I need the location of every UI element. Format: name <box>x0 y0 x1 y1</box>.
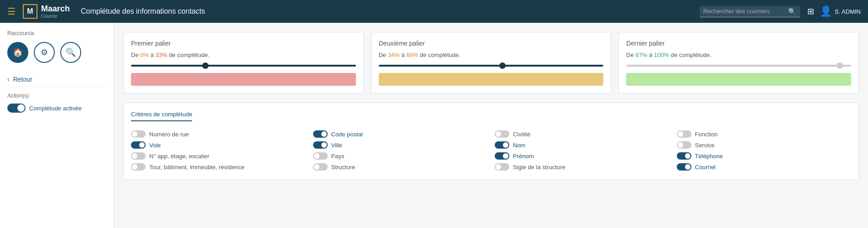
criteria-toggle[interactable] <box>495 141 509 149</box>
criteria-item: Numéro de rue <box>131 129 306 140</box>
criteria-label: Courriel <box>695 164 716 171</box>
shortcut-settings[interactable]: ⚙ <box>34 42 55 63</box>
criteria-label: Code postal <box>331 131 363 138</box>
criteria-toggle[interactable] <box>495 130 509 138</box>
palier-3-title: Dernier palier <box>626 40 851 47</box>
criteria-section: Critères de complétude Numéro de rueVoie… <box>123 103 859 180</box>
hamburger-icon[interactable]: ☰ <box>7 6 16 17</box>
criteria-toggle[interactable] <box>313 130 328 138</box>
criteria-item: Sigle de la structure <box>495 161 669 172</box>
criteria-label: Voie <box>149 142 161 149</box>
logo-icon: M <box>23 4 37 19</box>
criteria-item: Civilité <box>495 129 669 140</box>
palier-2-to: 66% <box>406 52 418 58</box>
completude-toggle-row: Complétude activée <box>7 104 106 113</box>
criteria-label: Pays <box>331 153 345 160</box>
back-label: Retour <box>13 76 32 83</box>
criteria-label: Téléphone <box>695 153 723 160</box>
criteria-toggle[interactable] <box>495 152 509 160</box>
criteria-toggle[interactable] <box>313 163 328 171</box>
criteria-label: Civilité <box>513 131 530 138</box>
sidebar: Raccourcis 🏠 ⚙ 🔍 ‹ Retour Action(s) Comp… <box>0 23 114 228</box>
criteria-col-1: Code postalVillePaysStructure <box>313 129 488 172</box>
palier-card-2: Deuxième palier De 34% à 66% de complétu… <box>371 32 612 93</box>
criteria-col-2: CivilitéNomPrénomSigle de la structure <box>495 129 669 172</box>
criteria-title: Critères de complétude <box>131 111 192 121</box>
criteria-item: Téléphone <box>677 150 852 161</box>
palier-1-thumb[interactable] <box>202 62 209 69</box>
criteria-toggle[interactable] <box>313 141 328 149</box>
criteria-toggle[interactable] <box>313 152 328 160</box>
shortcut-search[interactable]: 🔍 <box>60 42 81 63</box>
criteria-toggle[interactable] <box>131 163 146 171</box>
criteria-toggle[interactable] <box>131 152 146 160</box>
actions-label: Action(s) <box>7 93 106 99</box>
top-navigation: ☰ M Maarch Courrier Complétude des infor… <box>0 0 868 23</box>
criteria-item: Fonction <box>677 129 852 140</box>
main-layout: Raccourcis 🏠 ⚙ 🔍 ‹ Retour Action(s) Comp… <box>0 23 868 228</box>
criteria-col-0: Numéro de rueVoieN° app, étage, escalier… <box>131 129 306 172</box>
back-button[interactable]: ‹ Retour <box>7 72 106 87</box>
palier-3-slider[interactable] <box>626 65 851 67</box>
palier-3-to: 100% <box>654 52 669 58</box>
search-area[interactable]: 🔍 <box>700 6 800 17</box>
palier-card-1: Premier palier De 0% à 33% de complétude… <box>123 32 364 93</box>
user-name: S. ADMIN <box>835 8 861 15</box>
palier-2-slider[interactable] <box>379 65 604 67</box>
criteria-item: Prénom <box>495 150 669 161</box>
criteria-toggle[interactable] <box>677 130 691 138</box>
raccourcis-label: Raccourcis <box>7 30 106 36</box>
nav-icons: ⊞ 👤 S. ADMIN <box>807 5 861 17</box>
criteria-toggle[interactable] <box>677 152 691 160</box>
completude-label: Complétude activée <box>29 105 82 112</box>
user-area: 👤 S. ADMIN <box>820 5 861 17</box>
criteria-grid: Numéro de rueVoieN° app, étage, escalier… <box>131 129 851 172</box>
page-title: Complétude des informations contacts <box>81 7 692 16</box>
user-icon: 👤 <box>820 5 832 17</box>
search-icon[interactable]: 🔍 <box>788 8 796 15</box>
palier-3-bar <box>626 73 851 86</box>
logo-area: M Maarch Courrier <box>23 4 70 19</box>
criteria-label: Tour, bâtiment, immeuble, résidence <box>149 164 245 171</box>
criteria-toggle[interactable] <box>495 163 509 171</box>
criteria-label: Sigle de la structure <box>513 164 565 171</box>
palier-1-title: Premier palier <box>131 40 356 47</box>
main-content: Premier palier De 0% à 33% de complétude… <box>114 23 868 228</box>
criteria-item: Tour, bâtiment, immeuble, résidence <box>131 161 306 172</box>
criteria-item: Courriel <box>677 161 852 172</box>
palier-2-from: 34% <box>388 52 400 58</box>
criteria-toggle[interactable] <box>677 163 691 171</box>
palier-1-bar <box>131 73 356 86</box>
criteria-label: Numéro de rue <box>149 131 189 138</box>
criteria-toggle[interactable] <box>131 141 146 149</box>
shortcut-icons: 🏠 ⚙ 🔍 <box>7 42 106 63</box>
logo-sub: Courrier <box>41 14 70 19</box>
criteria-label: Prénom <box>513 153 534 160</box>
criteria-item: Nom <box>495 140 669 150</box>
completude-toggle[interactable] <box>7 104 26 113</box>
palier-2-title: Deuxième palier <box>379 40 604 47</box>
criteria-item: Pays <box>313 150 488 161</box>
shortcut-home[interactable]: 🏠 <box>7 42 28 63</box>
palier-1-from: 0% <box>140 52 149 58</box>
palier-3-desc: De 67% à 100% de complétude. <box>626 52 851 58</box>
criteria-label: Fonction <box>695 131 718 138</box>
grid-icon[interactable]: ⊞ <box>807 6 814 16</box>
criteria-item: Code postal <box>313 129 488 140</box>
criteria-label: N° app, étage, escalier <box>149 153 209 160</box>
palier-3-from: 67% <box>636 52 648 58</box>
criteria-item: Voie <box>131 140 306 150</box>
criteria-col-3: FonctionServiceTéléphoneCourriel <box>677 129 852 172</box>
search-input[interactable] <box>703 8 785 15</box>
palier-2-thumb[interactable] <box>499 62 506 69</box>
palier-2-bar <box>379 73 604 86</box>
palier-2-desc: De 34% à 66% de complétude. <box>379 52 604 58</box>
palier-1-slider[interactable] <box>131 65 356 67</box>
criteria-item: N° app, étage, escalier <box>131 150 306 161</box>
criteria-label: Structure <box>331 164 356 171</box>
criteria-toggle[interactable] <box>677 141 691 149</box>
palier-3-thumb[interactable] <box>837 62 843 69</box>
palier-row: Premier palier De 0% à 33% de complétude… <box>123 32 859 93</box>
criteria-toggle[interactable] <box>131 130 146 138</box>
criteria-label: Service <box>695 142 715 149</box>
